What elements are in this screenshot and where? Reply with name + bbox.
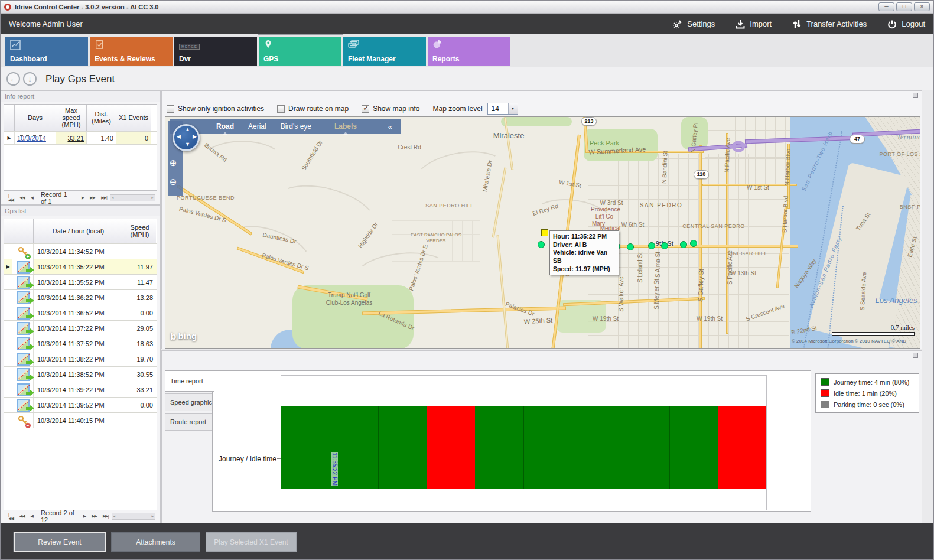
gps-row[interactable]: 10/3/2014 11:35:52 PM11.47 xyxy=(4,275,157,290)
horizontal-scrollbar[interactable]: ◂▸ xyxy=(110,194,155,201)
pan-up-icon[interactable]: ▲ xyxy=(185,126,190,132)
back-button[interactable]: ← xyxy=(6,72,20,86)
map-style-birdseye[interactable]: Bird's eye xyxy=(281,122,311,131)
gps-point-icon xyxy=(17,368,30,381)
pan-right-icon[interactable]: ▶ xyxy=(193,134,197,139)
gps-date-cell: 10/3/2014 11:36:22 PM xyxy=(34,290,123,305)
column-header-max-speed[interactable]: Max speed (MPH) xyxy=(56,105,87,131)
import-button[interactable]: Import xyxy=(735,19,772,29)
gps-row[interactable]: ▶10/3/2014 11:35:22 PM11.97 xyxy=(4,259,157,275)
tooltip-vehicle: Vehicle: idrive Van SB xyxy=(553,249,616,265)
nav-first-icon[interactable]: |◀◀ xyxy=(8,194,14,203)
close-button[interactable]: × xyxy=(914,2,930,11)
gps-point-marker[interactable] xyxy=(680,241,687,248)
transfer-activities-button[interactable]: Transfer Activities xyxy=(792,19,867,29)
nav-next-icon[interactable]: ▶ xyxy=(83,514,86,519)
nav-prev-icon[interactable]: ◀ xyxy=(31,196,33,200)
row-indicator xyxy=(4,321,12,336)
checkbox-show-only-ignition-activities[interactable] xyxy=(167,105,174,113)
nav-next-page-icon[interactable]: ▶▶ xyxy=(90,196,95,200)
gps-point-marker[interactable] xyxy=(627,243,634,250)
nav-last-icon[interactable]: ▶▶| xyxy=(101,196,107,200)
gps-point-marker[interactable] xyxy=(538,241,545,248)
review-event-button[interactable]: Review Event xyxy=(14,532,106,552)
gps-row[interactable]: 10/3/2014 11:36:52 PM0.00 xyxy=(4,305,157,321)
map-zoom-select[interactable]: 14 ▼ xyxy=(487,103,518,115)
days-cell[interactable]: 10/3/2014 xyxy=(15,132,56,144)
maximize-button[interactable]: □ xyxy=(896,2,912,11)
tab-time-report[interactable]: Time report xyxy=(165,370,214,392)
scroll-right-icon[interactable]: ▸ xyxy=(151,195,154,201)
map-label: Providence xyxy=(591,206,620,213)
table-row[interactable]: ▶ 10/3/2014 33.21 1.40 0 xyxy=(4,132,157,145)
column-header-x1-events[interactable]: X1 Events xyxy=(116,105,151,131)
tab-fleet-manager[interactable]: Fleet Manager xyxy=(343,37,426,66)
tab-route-report[interactable]: Route report xyxy=(165,413,213,431)
nav-last-icon[interactable]: ▶▶| xyxy=(103,514,109,519)
event-marker[interactable] xyxy=(541,229,548,236)
tab-dashboard[interactable]: Dashboard xyxy=(5,37,88,66)
gps-list-title: Gps list xyxy=(1,206,160,216)
checkbox-show-map-info[interactable] xyxy=(362,105,369,113)
map-style-road[interactable]: Road xyxy=(216,122,234,131)
settings-button[interactable]: Settings xyxy=(672,19,715,29)
map-style-labels[interactable]: Labels xyxy=(334,122,357,131)
gps-row[interactable]: 10/3/2014 11:37:22 PM29.05 xyxy=(4,321,157,336)
map-label: Miraleste xyxy=(493,131,525,140)
nav-prev-page-icon[interactable]: ◀◀ xyxy=(19,196,25,200)
toolbar-collapse-icon[interactable]: « xyxy=(388,122,392,131)
gps-row[interactable]: 10/3/2014 11:38:22 PM19.70 xyxy=(4,351,157,367)
tab-gps[interactable]: GPS xyxy=(259,37,341,66)
x1-events-cell: 0 xyxy=(116,132,151,144)
attachments-button[interactable]: Attachments xyxy=(111,532,200,552)
tab-events-reviews[interactable]: Events & Reviews xyxy=(90,37,173,66)
scroll-left-icon[interactable]: ◂ xyxy=(113,513,116,519)
gps-record-nav: |◀◀ ◀◀ ◀ Record 2 of 12 ▶ ▶▶ ▶▶| ◂▸ xyxy=(1,511,160,522)
nav-prev-icon[interactable]: ◀ xyxy=(31,514,33,519)
column-header-days[interactable]: Days xyxy=(15,105,56,131)
map-compass[interactable]: ▲ ▼ ◀ ▶ xyxy=(173,124,200,151)
gps-point-marker[interactable] xyxy=(661,242,668,249)
gps-row[interactable]: 10/3/2014 11:37:52 PM18.63 xyxy=(4,336,157,351)
down-button[interactable]: ↓ xyxy=(23,72,37,86)
map-style-aerial[interactable]: Aerial xyxy=(248,122,266,131)
days-link[interactable]: 10/3/2014 xyxy=(17,135,46,142)
gps-row[interactable]: 10/3/2014 11:36:22 PM13.28 xyxy=(4,290,157,305)
nav-next-page-icon[interactable]: ▶▶ xyxy=(92,514,97,519)
gps-point-marker[interactable] xyxy=(690,240,697,247)
nav-next-icon[interactable]: ▶ xyxy=(82,196,84,200)
tab-speed-graphic[interactable]: Speed graphic xyxy=(165,393,213,411)
nav-prev-page-icon[interactable]: ◀◀ xyxy=(19,514,25,519)
tab-reports[interactable]: Reports xyxy=(428,37,510,66)
gps-row[interactable]: 10/3/2014 11:39:52 PM0.00 xyxy=(4,398,157,413)
column-header-date[interactable]: Date / hour (local) xyxy=(34,219,123,243)
panel-collapse-icon[interactable] xyxy=(913,93,918,98)
panel-collapse-icon[interactable] xyxy=(913,353,918,358)
merge-icon-text: MERGE xyxy=(179,44,200,50)
scroll-left-icon[interactable]: ◂ xyxy=(112,195,114,201)
tab-dvr[interactable]: MERGEDvr xyxy=(174,37,257,66)
gps-row[interactable]: +10/3/2014 11:34:52 PM xyxy=(4,244,157,259)
gps-row[interactable]: 10/3/2014 11:38:52 PM30.55 xyxy=(4,367,157,382)
zoom-out-icon[interactable]: ⊖ xyxy=(168,177,178,187)
column-header-dist[interactable]: Dist. (Miles) xyxy=(87,105,116,131)
logout-button[interactable]: Logout xyxy=(887,19,925,29)
gps-row[interactable]: 10/3/2014 11:39:22 PM33.21 xyxy=(4,382,157,398)
zoom-in-icon[interactable]: ⊕ xyxy=(168,158,178,168)
gps-point-icon xyxy=(17,383,30,396)
nav-first-icon[interactable]: |◀◀ xyxy=(8,512,14,521)
chevron-down-icon[interactable]: ▼ xyxy=(508,103,518,114)
map-viewport[interactable]: MiralesteMiraleste DrCrest RdBurma RdSou… xyxy=(165,116,920,349)
pan-down-icon[interactable]: ▼ xyxy=(185,141,190,147)
pan-left-icon[interactable]: ◀ xyxy=(177,134,181,139)
row-indicator: ▶ xyxy=(4,132,15,144)
checkbox-draw-route-on-map[interactable] xyxy=(277,105,285,113)
scroll-right-icon[interactable]: ▸ xyxy=(151,513,154,519)
play-selected-x1-event-button: Play Selected X1 Event xyxy=(206,532,297,552)
horizontal-scrollbar[interactable]: ◂▸ xyxy=(112,513,155,520)
gps-point-marker[interactable] xyxy=(648,242,655,249)
timeline-bar xyxy=(281,406,766,489)
gps-row[interactable]: −10/3/2014 11:40:15 PM xyxy=(4,413,157,428)
column-header-speed[interactable]: Speed (MPH) xyxy=(123,219,156,243)
minimize-button[interactable]: ─ xyxy=(878,2,894,11)
